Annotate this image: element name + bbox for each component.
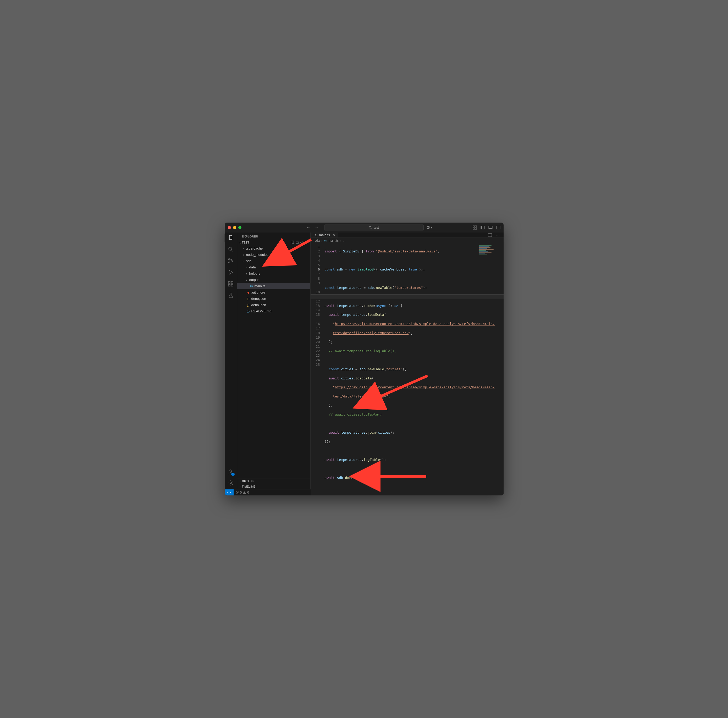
svg-rect-19 — [231, 281, 233, 283]
tree-item-sda[interactable]: ⌄sda — [237, 258, 310, 264]
git-file-icon: ◆ — [246, 290, 250, 295]
root-folder-name: TEST — [242, 241, 291, 244]
testing-icon[interactable] — [228, 292, 234, 298]
svg-line-12 — [231, 250, 233, 252]
account-badge: 1 — [231, 473, 235, 476]
remote-indicator[interactable] — [225, 489, 234, 495]
file-tree: ›.sda-cache›node_modules⌄sda›data›helper… — [237, 245, 310, 316]
tab-label: main.ts — [319, 233, 330, 237]
activity-bar: 1 — [225, 232, 237, 489]
code-content: import { SimpleDB } from "@nshiab/simple… — [325, 244, 503, 495]
maximize-window-icon[interactable] — [238, 226, 242, 229]
refresh-icon[interactable] — [300, 240, 303, 244]
json-file-icon: { } — [246, 302, 250, 308]
info-file-icon: ⓘ — [246, 309, 250, 314]
editor-more-icon[interactable]: ⋯ — [496, 232, 500, 237]
tree-item-label: helpers — [249, 271, 260, 276]
line-gutter: 1234567891011121314151617181920212223242… — [310, 244, 325, 495]
close-window-icon[interactable] — [228, 226, 231, 229]
svg-rect-9 — [489, 228, 492, 229]
title-right-icons — [473, 225, 500, 230]
tree-item-deno-lock[interactable]: { }deno.lock — [237, 302, 310, 308]
code-editor[interactable]: 1234567891011121314151617181920212223242… — [310, 243, 503, 495]
tree-item-output[interactable]: ›output — [237, 277, 310, 283]
outline-section[interactable]: ›OUTLINE — [237, 478, 310, 484]
tree-item-label: main.ts — [255, 284, 266, 289]
folder-root-header[interactable]: ⌄ TEST — [237, 240, 310, 245]
panel-right-icon[interactable] — [496, 225, 500, 230]
minimap[interactable] — [479, 245, 500, 261]
nav-arrows: ← → — [306, 225, 319, 230]
titlebar: ← → test ▾ — [225, 223, 503, 232]
panel-bottom-icon[interactable] — [488, 225, 492, 230]
layout-customize-icon[interactable] — [473, 225, 477, 230]
new-file-icon[interactable] — [291, 240, 295, 244]
svg-rect-2 — [473, 226, 474, 227]
svg-line-1 — [371, 228, 372, 229]
svg-rect-3 — [475, 226, 477, 227]
explorer-sidebar: EXPLORER ⋯ ⌄ TEST ›.sda-cache›node_modul… — [237, 232, 310, 489]
collapse-all-icon[interactable] — [304, 240, 308, 244]
tree-item-label: deno.json — [251, 296, 266, 301]
window-controls — [228, 226, 242, 229]
tree-item-label: .sda-cache — [246, 246, 263, 251]
explorer-more-icon[interactable]: ⋯ — [303, 235, 306, 238]
svg-point-13 — [229, 259, 230, 260]
nav-back-icon[interactable]: ← — [306, 225, 310, 230]
svg-point-14 — [229, 262, 230, 263]
tree-item-helpers[interactable]: ›helpers — [237, 270, 310, 277]
command-center-search[interactable]: test — [324, 224, 424, 231]
svg-rect-5 — [475, 228, 477, 229]
search-text: test — [374, 226, 379, 229]
source-control-icon[interactable] — [228, 258, 234, 264]
problems-status[interactable]: 0 0 — [234, 491, 251, 494]
run-debug-icon[interactable] — [228, 269, 234, 275]
tree-item-data[interactable]: ›data — [237, 264, 310, 270]
ts-file-icon: TS — [313, 233, 318, 237]
tree-item--sda-cache[interactable]: ›.sda-cache — [237, 245, 310, 252]
search-icon[interactable] — [228, 246, 234, 252]
tab-main-ts[interactable]: TS main.ts × — [310, 232, 338, 237]
tree-item-readme-md[interactable]: ⓘREADME.md — [237, 308, 310, 315]
new-folder-icon[interactable] — [295, 240, 299, 244]
svg-rect-18 — [231, 284, 233, 286]
timeline-section[interactable]: ›TIMELINE — [237, 484, 310, 489]
json-file-icon: { } — [246, 296, 250, 301]
ts-file-icon: TS — [249, 284, 254, 289]
svg-point-0 — [369, 226, 371, 228]
breadcrumb[interactable]: sda› TS main.ts› ... — [310, 238, 503, 243]
settings-gear-icon[interactable] — [228, 480, 234, 486]
editor-tabs: TS main.ts × ⋯ — [310, 232, 503, 238]
svg-rect-16 — [228, 281, 230, 283]
tree-item-label: README.md — [251, 309, 272, 314]
svg-rect-7 — [481, 226, 482, 229]
tree-item-label: deno.lock — [251, 302, 266, 308]
search-icon — [369, 226, 372, 229]
nav-forward-icon[interactable]: → — [315, 225, 319, 230]
svg-point-20 — [229, 470, 232, 472]
explorer-title: EXPLORER — [242, 235, 258, 238]
extensions-icon[interactable] — [228, 281, 234, 287]
ts-file-icon: TS — [324, 239, 327, 242]
svg-rect-17 — [228, 284, 230, 286]
tree-item-node-modules[interactable]: ›node_modules — [237, 252, 310, 258]
panel-left-icon[interactable] — [480, 225, 485, 230]
tree-item-label: output — [249, 277, 259, 283]
tree-item-main-ts[interactable]: TSmain.ts — [237, 283, 310, 289]
explorer-icon[interactable] — [228, 235, 234, 241]
tree-item--gitignore[interactable]: ◆.gitignore — [237, 289, 310, 296]
copilot-icon[interactable]: ▾ — [426, 225, 432, 230]
svg-point-15 — [232, 260, 233, 261]
tree-item-label: node_modules — [246, 252, 268, 257]
minimize-window-icon[interactable] — [233, 226, 236, 229]
tree-item-deno-json[interactable]: { }deno.json — [237, 296, 310, 302]
tree-item-label: sda — [246, 258, 252, 264]
editor-group: TS main.ts × ⋯ sda› TS main.ts› ... 123 — [310, 232, 503, 489]
tree-item-label: .gitignore — [251, 290, 265, 295]
vscode-window: ← → test ▾ — [225, 223, 503, 495]
tree-item-label: data — [249, 265, 256, 270]
close-tab-icon[interactable]: × — [333, 233, 335, 237]
accounts-icon[interactable]: 1 — [228, 469, 234, 475]
split-editor-icon[interactable] — [488, 233, 492, 237]
svg-point-11 — [229, 247, 232, 251]
